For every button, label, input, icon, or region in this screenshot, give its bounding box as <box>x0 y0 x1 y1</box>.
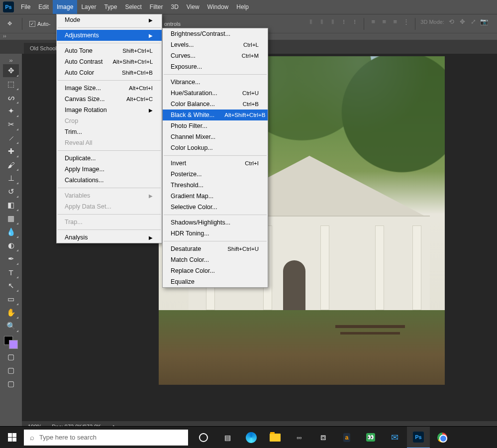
taskbar-search[interactable]: ⌕ Type here to search <box>24 430 188 446</box>
menu-item-curves[interactable]: Curves...Ctrl+M <box>163 50 268 61</box>
align-icon[interactable]: ⫴ <box>318 18 326 26</box>
pan-icon[interactable]: ✥ <box>458 18 466 26</box>
tool-healing[interactable]: ✚ <box>3 145 19 158</box>
menu-window[interactable]: Window <box>203 0 233 14</box>
taskbar-task-view[interactable]: ▤ <box>216 427 239 448</box>
menu-item-selective-color[interactable]: Selective Color... <box>163 202 268 213</box>
menu-item-shadows-highlights[interactable]: Shadows/Highlights... <box>163 217 268 228</box>
menu-item-apply-image[interactable]: Apply Image... <box>57 164 162 175</box>
menu-item-threshold[interactable]: Threshold... <box>163 180 268 191</box>
menu-item-exposure[interactable]: Exposure... <box>163 61 268 72</box>
distribute-icon[interactable]: ⋮ <box>402 18 410 26</box>
tool-magic-wand[interactable]: ✦ <box>3 105 19 117</box>
menu-item-desaturate[interactable]: DesaturateShift+Ctrl+U <box>163 243 268 254</box>
menu-item-equalize[interactable]: Equalize <box>163 276 268 287</box>
taskbar-photoshop[interactable]: Ps <box>407 427 430 448</box>
color-swatches[interactable] <box>3 335 19 350</box>
menu-filter[interactable]: Filter <box>146 0 167 14</box>
align-icon[interactable]: ⫴ <box>329 18 337 26</box>
menu-edit[interactable]: Edit <box>34 0 53 14</box>
menu-item-photo-filter[interactable]: Photo Filter... <box>163 120 268 131</box>
collapse-tools-icon[interactable]: ›› <box>3 57 19 64</box>
tool-path-select[interactable]: ↖ <box>3 279 19 292</box>
tool-eyedropper[interactable]: ⟋ <box>3 131 19 144</box>
tool-crop[interactable]: ✂ <box>3 118 19 131</box>
taskbar-tripadvisor[interactable]: 👀 <box>359 427 382 448</box>
tool-rectangle[interactable]: ▭ <box>3 293 19 306</box>
taskbar-chrome[interactable] <box>431 427 454 448</box>
taskbar-edge[interactable] <box>240 427 263 448</box>
menu-image[interactable]: Image <box>53 0 77 14</box>
menu-item-image-size[interactable]: Image Size...Alt+Ctrl+I <box>57 83 162 94</box>
tool-zoom[interactable]: 🔍 <box>3 320 19 333</box>
taskbar-mail[interactable]: ✉ <box>383 427 406 448</box>
taskbar-amazon[interactable]: a <box>335 427 358 448</box>
quick-mask-icon[interactable]: ▢ <box>3 350 19 363</box>
align-icon[interactable]: ⫶ <box>340 18 348 26</box>
menu-item-canvas-size[interactable]: Canvas Size...Alt+Ctrl+C <box>57 94 162 105</box>
menu-file[interactable]: File <box>17 0 34 14</box>
taskbar-dropbox[interactable]: ⧈ <box>311 427 334 448</box>
menu-item-channel-mixer[interactable]: Channel Mixer... <box>163 131 268 142</box>
tool-stamp[interactable]: ⊥ <box>3 172 19 185</box>
menu-view[interactable]: View <box>183 0 203 14</box>
screen-mode-icon[interactable]: ▢ <box>3 364 19 377</box>
menu-item-invert[interactable]: InvertCtrl+I <box>163 158 268 169</box>
move-tool-icon[interactable]: ✥ <box>4 18 15 29</box>
menu-type[interactable]: Type <box>100 0 121 14</box>
menu-item-adjustments[interactable]: Adjustments▶ <box>57 30 162 41</box>
tool-hand[interactable]: ✋ <box>3 306 19 319</box>
auto-select-checkbox[interactable]: ✓ Auto- <box>29 21 50 27</box>
menu-item-brightness-contrast[interactable]: Brightness/Contrast... <box>163 28 268 39</box>
tool-pen[interactable]: ✒ <box>3 252 19 265</box>
menu-item-mode[interactable]: Mode▶ <box>57 14 162 25</box>
menu-item-auto-contrast[interactable]: Auto ContrastAlt+Shift+Ctrl+L <box>57 56 162 67</box>
menu-select[interactable]: Select <box>121 0 145 14</box>
menu-item-trim[interactable]: Trim... <box>57 126 162 137</box>
tool-marquee[interactable]: ⬚ <box>3 78 19 91</box>
menu-item-replace-color[interactable]: Replace Color... <box>163 265 268 276</box>
menu-item-posterize[interactable]: Posterize... <box>163 169 268 180</box>
tool-eraser[interactable]: ◧ <box>3 199 19 212</box>
align-icon[interactable]: ⫶ <box>351 18 359 26</box>
start-button[interactable] <box>0 427 24 448</box>
menu-item-black-white[interactable]: Black & White...Alt+Shift+Ctrl+B <box>163 110 268 120</box>
tool-type[interactable]: T <box>3 266 19 279</box>
menu-layer[interactable]: Layer <box>77 0 100 14</box>
distribute-icon[interactable]: ≡ <box>380 18 388 26</box>
tool-gradient[interactable]: ▦ <box>3 212 19 225</box>
menu-item-analysis[interactable]: Analysis▶ <box>57 232 162 243</box>
taskbar-explorer[interactable] <box>264 427 287 448</box>
screen-mode-2-icon[interactable]: ▢ <box>3 377 19 390</box>
camera-icon[interactable]: 📷 <box>480 18 488 26</box>
tool-dodge[interactable]: ◐ <box>3 239 19 252</box>
tool-brush[interactable]: 🖌 <box>3 158 19 171</box>
menu-item-hdr-toning[interactable]: HDR Toning... <box>163 228 268 239</box>
menu-item-vibrance[interactable]: Vibrance... <box>163 77 268 88</box>
menu-item-color-lookup[interactable]: Color Lookup... <box>163 142 268 153</box>
menu-item-calculations[interactable]: Calculations... <box>57 175 162 186</box>
tool-history-brush[interactable]: ↺ <box>3 185 19 198</box>
menu-item-duplicate[interactable]: Duplicate... <box>57 153 162 164</box>
taskbar-store[interactable]: ▫▫ <box>288 427 310 448</box>
menu-3d[interactable]: 3D <box>167 0 182 14</box>
tool-move[interactable]: ✥ <box>3 64 19 77</box>
menu-item-image-rotation[interactable]: Image Rotation▶ <box>57 105 162 115</box>
menu-item-auto-tone[interactable]: Auto ToneShift+Ctrl+L <box>57 45 162 56</box>
tool-blur[interactable]: 💧 <box>3 225 19 238</box>
tool-lasso[interactable]: ᔕ <box>3 91 19 104</box>
menu-item-auto-color[interactable]: Auto ColorShift+Ctrl+B <box>57 67 162 78</box>
orbit-icon[interactable]: ⟲ <box>447 18 455 26</box>
menu-item-match-color[interactable]: Match Color... <box>163 254 268 265</box>
search-placeholder: Type here to search <box>39 434 97 441</box>
menu-item-gradient-map[interactable]: Gradient Map... <box>163 191 268 202</box>
menu-item-levels[interactable]: Levels...Ctrl+L <box>163 39 268 50</box>
distribute-icon[interactable]: ≡ <box>369 18 377 26</box>
menu-item-color-balance[interactable]: Color Balance...Ctrl+B <box>163 99 268 110</box>
zoom-3d-icon[interactable]: ⤢ <box>469 18 477 26</box>
menu-help[interactable]: Help <box>232 0 253 14</box>
taskbar-cortana[interactable] <box>192 427 215 448</box>
align-icon[interactable]: ⫴ <box>307 18 315 26</box>
menu-item-hue-saturation[interactable]: Hue/Saturation...Ctrl+U <box>163 88 268 99</box>
distribute-icon[interactable]: ≡ <box>391 18 399 26</box>
